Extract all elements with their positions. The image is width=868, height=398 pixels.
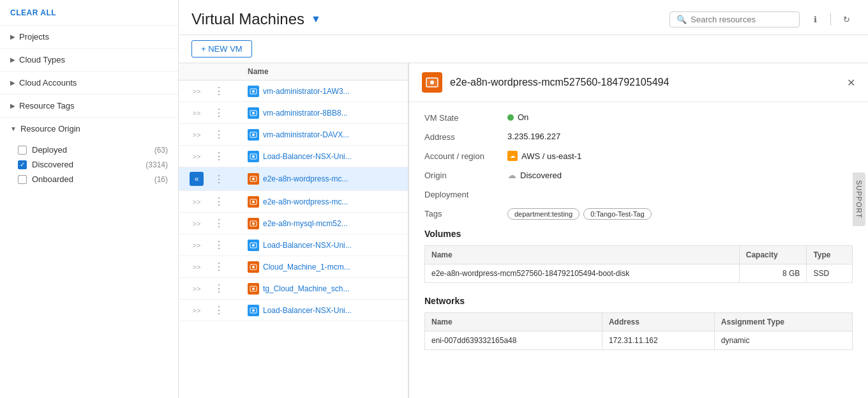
tags-row: Tags department:testing0:Tango-Test-Tag <box>424 208 853 220</box>
filter-item-left: Deployed <box>18 145 67 155</box>
svg-point-3 <box>252 112 255 114</box>
table-row[interactable]: >>⋮Cloud_Machine_1-mcm... <box>179 256 408 278</box>
detail-panel: e2e-a8n-wordpress-mcm527560-184792105494… <box>408 63 868 398</box>
more-options-button[interactable]: ⋮ <box>209 217 228 229</box>
clear-all-button[interactable]: CLEAR ALL <box>10 8 56 17</box>
address-row: Address 3.235.196.227 <box>424 132 853 142</box>
networks-title: Networks <box>424 296 853 306</box>
vm-list-body: >>⋮vm-administrator-1AW3...>>⋮vm-adminis… <box>179 80 408 398</box>
table-row[interactable]: >>⋮vm-administrator-8BB8... <box>179 102 408 124</box>
refresh-button[interactable]: ↻ <box>837 10 855 28</box>
svg-point-13 <box>252 222 255 225</box>
divider <box>830 13 831 26</box>
filter-item-left: Discovered <box>18 160 73 169</box>
vm-row-name: vm-administrator-1AW3... <box>248 86 403 97</box>
vm-row-name: Load-Balancer-NSX-Uni... <box>248 240 403 251</box>
more-options-button[interactable]: ⋮ <box>209 107 228 119</box>
sidebar-section-header-projects[interactable]: ▶ Projects <box>0 26 178 48</box>
detail-body: VM State On Address 3.235.196.227 Accoun… <box>409 102 868 373</box>
filter-checkbox[interactable] <box>18 146 27 155</box>
expand-button[interactable]: >> <box>184 307 209 314</box>
tags-label: Tags <box>424 208 507 218</box>
vm-list-header: Name <box>179 63 408 80</box>
table-row[interactable]: >>⋮vm-administrator-DAVX... <box>179 124 408 146</box>
vm-row-name: e2e-a8n-mysql-mcm52... <box>248 218 403 229</box>
page-title-area: Virtual Machines ▼ <box>191 10 321 28</box>
filter-icon[interactable]: ▼ <box>311 13 321 25</box>
table-row[interactable]: «⋮e2e-a8n-wordpress-mc... <box>179 167 408 191</box>
filter-item: Deployed (63) <box>18 142 168 157</box>
vm-type-icon <box>248 107 259 119</box>
expand-button[interactable]: >> <box>184 285 209 293</box>
networks-table: Name Address Assignment Type eni-007dd63… <box>424 312 853 350</box>
networks-col-assignment: Assignment Type <box>714 313 852 332</box>
close-button[interactable]: ✕ <box>847 77 855 89</box>
vm-state-label: VM State <box>424 112 507 123</box>
expand-arrows-icon: >> <box>193 131 201 139</box>
sidebar-header: CLEAR ALL <box>0 0 178 25</box>
vm-row-name: e2e-a8n-wordpress-mc... <box>248 173 403 185</box>
table-row[interactable]: >>⋮tg_Cloud_Machine_sch... <box>179 278 408 300</box>
cloud-origin-icon: ☁ <box>507 170 516 180</box>
expand-arrows-icon: >> <box>193 198 201 206</box>
sidebar-section-header-resource-tags[interactable]: ▶ Resource Tags <box>0 95 178 117</box>
expand-button[interactable]: >> <box>184 241 209 249</box>
expand-button[interactable]: >> <box>184 88 209 95</box>
filter-checkbox[interactable] <box>18 160 27 169</box>
new-vm-button[interactable]: + NEW VM <box>191 40 252 57</box>
origin-value: ☁ Discovered <box>507 170 562 180</box>
expand-button[interactable]: >> <box>184 198 209 206</box>
more-options-button[interactable]: ⋮ <box>209 173 228 185</box>
more-options-button[interactable]: ⋮ <box>209 304 228 316</box>
info-button[interactable]: ℹ <box>806 10 824 28</box>
expand-button[interactable]: « <box>184 172 209 186</box>
volumes-section: Volumes Name Capacity Type e2e-a8n-wordp… <box>424 229 853 283</box>
volumes-col-name: Name <box>425 246 740 264</box>
table-row[interactable]: >>⋮Load-Balancer-NSX-Uni... <box>179 146 408 167</box>
vm-state-value: On <box>507 112 528 122</box>
networks-col-name: Name <box>425 313 602 332</box>
header-right: 🔍 ℹ ↻ <box>670 10 855 28</box>
more-options-button[interactable]: ⋮ <box>209 195 228 208</box>
sidebar-section-projects: ▶ Projects <box>0 25 178 48</box>
toolbar: + NEW VM <box>179 35 868 63</box>
expand-button[interactable]: >> <box>184 109 209 117</box>
networks-section: Networks Name Address Assignment Type en… <box>424 296 853 350</box>
search-icon: 🔍 <box>677 15 687 24</box>
expand-button[interactable]: >> <box>184 263 209 271</box>
vm-row-name: Load-Balancer-NSX-Uni... <box>248 305 403 316</box>
networks-col-address: Address <box>602 313 714 332</box>
table-row[interactable]: >>⋮e2e-a8n-wordpress-mc... <box>179 191 408 213</box>
expand-arrows-icon: >> <box>193 285 201 293</box>
table-row[interactable]: >>⋮Load-Balancer-NSX-Uni... <box>179 300 408 321</box>
more-options-button[interactable]: ⋮ <box>209 85 228 97</box>
more-options-button[interactable]: ⋮ <box>209 239 228 251</box>
table-row[interactable]: >>⋮vm-administrator-1AW3... <box>179 80 408 102</box>
expand-arrows-icon: >> <box>193 263 201 271</box>
more-options-button[interactable]: ⋮ <box>209 128 228 141</box>
expand-button[interactable]: >> <box>184 220 209 227</box>
origin-label: Origin <box>424 170 507 180</box>
support-tab[interactable]: SUPPORT <box>853 172 865 226</box>
vm-type-icon <box>248 173 259 185</box>
sidebar-section-label: Resource Origin <box>20 124 80 134</box>
table-row[interactable]: >>⋮e2e-a8n-mysql-mcm52... <box>179 213 408 234</box>
sidebar-section-header-cloud-accounts[interactable]: ▶ Cloud Accounts <box>0 72 178 94</box>
filter-count: (3314) <box>146 160 168 169</box>
account-region-label: Account / region <box>424 151 507 161</box>
more-options-button[interactable]: ⋮ <box>209 261 228 273</box>
filter-checkbox[interactable] <box>18 175 27 184</box>
svg-point-1 <box>252 90 255 93</box>
more-options-button[interactable]: ⋮ <box>209 150 228 162</box>
filter-count: (16) <box>154 175 168 184</box>
expand-button[interactable]: >> <box>184 153 209 160</box>
vm-type-icon <box>248 196 259 208</box>
sidebar-section-header-cloud-types[interactable]: ▶ Cloud Types <box>0 49 178 71</box>
table-row[interactable]: >>⋮Load-Balancer-NSX-Uni... <box>179 234 408 256</box>
vm-type-icon <box>248 129 259 141</box>
more-options-button[interactable]: ⋮ <box>209 282 228 295</box>
expand-button[interactable]: >> <box>184 131 209 139</box>
svg-point-15 <box>252 244 255 247</box>
search-input[interactable] <box>691 15 793 24</box>
sidebar-section-header-resource-origin[interactable]: ▼ Resource Origin <box>0 118 178 140</box>
